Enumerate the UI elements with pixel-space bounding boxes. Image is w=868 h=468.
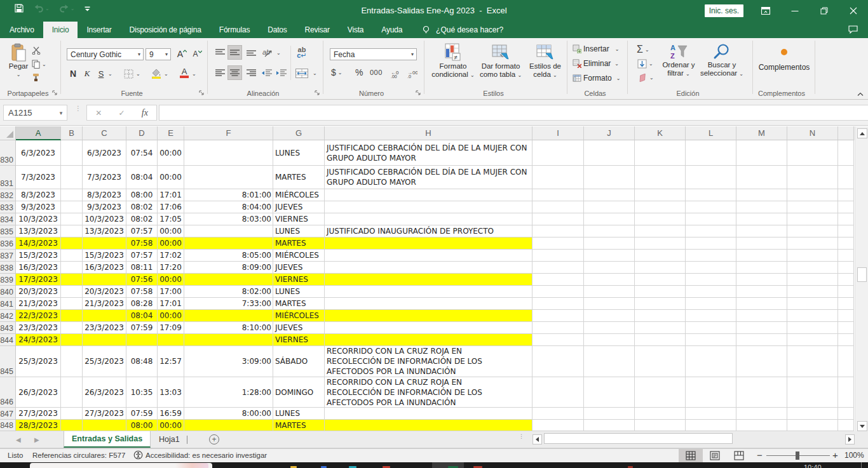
tab-inicio[interactable]: Inicio <box>43 22 78 38</box>
cell-J848[interactable] <box>584 420 635 431</box>
currency-button[interactable]: $ ⌄ <box>331 67 342 77</box>
row-header-846[interactable]: 846 <box>0 377 16 408</box>
decrease-decimal-button[interactable]: →00,0 <box>405 67 419 80</box>
cell-H834[interactable] <box>325 213 532 225</box>
cell-A839[interactable]: 17/3/2023 <box>16 274 61 286</box>
cell-J842[interactable] <box>584 310 635 322</box>
cell-J835[interactable] <box>584 225 635 237</box>
cell-N836[interactable] <box>787 237 838 250</box>
zoom-out-button[interactable]: − <box>757 450 763 460</box>
cell-F839[interactable] <box>184 274 273 286</box>
cell-D847[interactable]: 07:59 <box>126 408 158 420</box>
cell-B847[interactable] <box>61 408 83 420</box>
cell-I840[interactable] <box>532 286 584 298</box>
cell-O846[interactable] <box>838 377 854 408</box>
minimize-button[interactable] <box>780 0 810 22</box>
row-header-831[interactable]: 831 <box>0 166 16 189</box>
cell-L838[interactable] <box>686 262 736 274</box>
cell-K839[interactable] <box>635 274 686 286</box>
cell-I843[interactable] <box>532 322 584 334</box>
cell-N843[interactable] <box>787 322 838 334</box>
cell-O841[interactable] <box>838 298 854 310</box>
cell-C842[interactable] <box>83 310 126 322</box>
cell-O848[interactable] <box>838 420 854 431</box>
confirm-entry-icon[interactable]: ✓ <box>118 109 125 117</box>
cell-D843[interactable]: 07:59 <box>126 322 158 334</box>
status-circular-refs[interactable]: Referencias circulares: F577 <box>32 451 125 459</box>
cell-C834[interactable]: 10/3/2023 <box>83 213 126 225</box>
cell-H846[interactable]: RECORRIDO CON LA CRUZ ROJA EN RECOLECCIÓ… <box>325 377 532 408</box>
row-header-840[interactable]: 840 <box>0 286 16 298</box>
cell-O830[interactable] <box>838 140 854 166</box>
cell-O835[interactable] <box>838 225 854 237</box>
format-painter-button[interactable] <box>32 73 41 82</box>
cell-E847[interactable]: 16:59 <box>158 408 184 420</box>
cell-O840[interactable] <box>838 286 854 298</box>
cell-B832[interactable] <box>61 189 83 201</box>
cell-I844[interactable] <box>532 334 584 346</box>
column-header-C[interactable]: C <box>83 126 126 140</box>
format-as-table-button[interactable]: Dar formato como tabla ⌄ <box>478 43 524 79</box>
cell-K836[interactable] <box>635 237 686 250</box>
cell-N846[interactable] <box>787 377 838 408</box>
tab-revisar[interactable]: Revisar <box>296 22 339 38</box>
cell-I848[interactable] <box>532 420 584 431</box>
comma-style-button[interactable]: 000 <box>370 69 383 76</box>
cell-J830[interactable] <box>584 140 635 166</box>
row-header-848[interactable]: 848 <box>0 420 16 431</box>
row-header-830[interactable]: 830 <box>0 140 16 166</box>
row-header-843[interactable]: 843 <box>0 322 16 334</box>
zoom-in-button[interactable]: + <box>832 450 838 460</box>
cell-M838[interactable] <box>736 262 787 274</box>
row-header-835[interactable]: 835 <box>0 225 16 237</box>
view-normal-button[interactable] <box>679 449 703 462</box>
row-header-839[interactable]: 839 <box>0 274 16 286</box>
cell-styles-button[interactable]: Estilos de celda ⌄ <box>526 43 564 79</box>
cell-H843[interactable] <box>325 322 532 334</box>
column-header-D[interactable]: D <box>126 126 158 140</box>
cell-K843[interactable] <box>635 322 686 334</box>
horizontal-scroll-thumb[interactable] <box>544 433 733 444</box>
font-color-button[interactable]: A <box>178 66 191 80</box>
cell-D833[interactable]: 08:02 <box>126 201 158 213</box>
cell-E834[interactable]: 17:05 <box>158 213 184 225</box>
alineacion-dialog-launcher-icon[interactable] <box>315 90 321 97</box>
cell-C847[interactable]: 27/3/2023 <box>83 408 126 420</box>
cell-G848[interactable]: MARTES <box>273 420 325 431</box>
cell-N830[interactable] <box>787 140 838 166</box>
tab-archivo[interactable]: Archivo <box>0 22 43 38</box>
ribbon-display-options-button[interactable] <box>751 0 780 22</box>
cell-N839[interactable] <box>787 274 838 286</box>
cell-M835[interactable] <box>736 225 787 237</box>
cell-O839[interactable] <box>838 274 854 286</box>
taskbar-search-box[interactable] <box>30 463 212 468</box>
cell-F830[interactable] <box>184 140 273 166</box>
cell-G838[interactable]: JUEVES <box>273 262 325 274</box>
cell-N832[interactable] <box>787 189 838 201</box>
increase-font-button[interactable]: A <box>175 47 189 60</box>
taskbar-active-app[interactable] <box>432 462 464 468</box>
cell-F838[interactable]: 8:09:00 <box>184 262 273 274</box>
cell-N841[interactable] <box>787 298 838 310</box>
cell-F832[interactable]: 8:01:00 <box>184 189 273 201</box>
cell-J846[interactable] <box>584 377 635 408</box>
column-header-G[interactable]: G <box>273 126 325 140</box>
cell-E835[interactable]: 00:00 <box>158 225 184 237</box>
italic-button[interactable]: K <box>81 67 93 80</box>
column-header-A[interactable]: A <box>16 126 61 140</box>
cell-F833[interactable]: 8:04:00 <box>184 201 273 213</box>
cell-D842[interactable]: 08:04 <box>126 310 158 322</box>
cell-J847[interactable] <box>584 408 635 420</box>
cell-G841[interactable]: MARTES <box>273 298 325 310</box>
cell-M839[interactable] <box>736 274 787 286</box>
cell-G840[interactable]: LUNES <box>273 286 325 298</box>
cell-C846[interactable]: 26/3/2023 <box>83 377 126 408</box>
cell-A845[interactable]: 25/3/2023 <box>16 346 61 377</box>
cell-O847[interactable] <box>838 408 854 420</box>
cell-I835[interactable] <box>532 225 584 237</box>
name-box[interactable]: A1215 ▾ <box>3 105 67 121</box>
cell-E836[interactable]: 00:00 <box>158 237 184 250</box>
tab-datos[interactable]: Datos <box>259 22 295 38</box>
cell-A835[interactable]: 13/3/2023 <box>16 225 61 237</box>
cell-B842[interactable] <box>61 310 83 322</box>
